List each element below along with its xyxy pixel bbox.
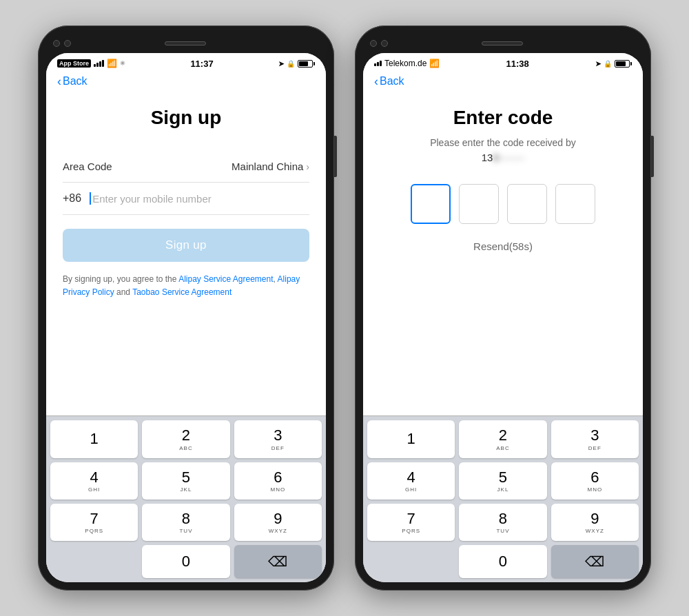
nav-bar: ‹ Back (46, 72, 326, 93)
area-code-label: Area Code (63, 161, 118, 172)
key-8b[interactable]: 8 TUV (459, 504, 546, 541)
key-1b[interactable]: 1 (367, 420, 455, 458)
code-box-2[interactable] (459, 184, 499, 224)
key-empty (50, 545, 138, 578)
key-4b[interactable]: 4 GHI (367, 462, 455, 500)
key-9[interactable]: 9 WXYZ (234, 504, 322, 541)
key-6[interactable]: 6 MNO (234, 462, 322, 500)
key-8[interactable]: 8 TUV (142, 504, 229, 541)
subtitle-text: Please enter the code received by (430, 136, 576, 150)
back-label-2: Back (380, 75, 404, 88)
status-bar: App Store 📶 ✳ 11:37 ➤ 🔒 (46, 53, 326, 72)
back-button-2[interactable]: ‹ Back (374, 75, 632, 88)
code-box-4[interactable] (555, 184, 595, 224)
signup-screen-content: Sign up Area Code Mainland China › +86 E… (46, 93, 326, 582)
signup-form: Sign up Area Code Mainland China › +86 E… (46, 93, 326, 415)
code-boxes[interactable] (411, 184, 595, 224)
terms-link-3[interactable]: Taobao Service Agreement (132, 287, 232, 297)
key-9b[interactable]: 9 WXYZ (551, 504, 639, 541)
key-1[interactable]: 1 (50, 420, 138, 458)
phone-num-blurred: 0········· (493, 152, 524, 163)
key-0[interactable]: 0 (142, 545, 229, 578)
numeric-keyboard-2: 1 2 ABC 3 DEF 4 GHI 5 JKL (363, 415, 643, 582)
country-code: +86 (63, 192, 81, 205)
location-icon-2: ➤ (595, 60, 601, 68)
phone-screen-entercode: Telekom.de 📶 11:38 ➤ 🔒 ‹ Back (363, 53, 643, 582)
status-time-2: 11:38 (506, 59, 529, 69)
key-empty-2 (367, 545, 455, 578)
signal-icon (94, 60, 104, 67)
terms-link-1[interactable]: Alipay Service Agreement (178, 274, 273, 284)
phone-screen-signup: App Store 📶 ✳ 11:37 ➤ 🔒 (46, 53, 326, 582)
terms-text: By signing up, you agree to the Alipay S… (63, 273, 309, 299)
alarm-icon: 🔒 (287, 60, 295, 68)
signup-phone: App Store 📶 ✳ 11:37 ➤ 🔒 (38, 25, 334, 591)
chevron-left-icon-2: ‹ (374, 75, 378, 88)
delete-icon: ⌫ (268, 553, 287, 570)
page-title: Sign up (63, 107, 309, 129)
phone-placeholder: Enter your mobile number (92, 193, 212, 205)
phone-number-display: 130········· (482, 152, 525, 163)
battery-icon-2 (615, 60, 632, 68)
entercode-screen-content: Enter code Please enter the code receive… (363, 93, 643, 582)
status-right-2: ➤ 🔒 (595, 60, 632, 68)
text-cursor (90, 192, 91, 205)
chevron-right-icon: › (306, 161, 309, 172)
entercode-form: Enter code Please enter the code receive… (363, 93, 643, 415)
area-code-value: Mainland China › (118, 161, 309, 172)
wifi-icon-2: 📶 (429, 59, 440, 68)
phone-input-row[interactable]: +86 Enter your mobile number (63, 183, 309, 215)
status-bar-2: Telekom.de 📶 11:38 ➤ 🔒 (363, 53, 643, 72)
entercode-phone: Telekom.de 📶 11:38 ➤ 🔒 ‹ Back (355, 25, 651, 591)
key-3b[interactable]: 3 DEF (551, 420, 639, 458)
side-button-2 (651, 136, 654, 177)
back-button[interactable]: ‹ Back (57, 75, 315, 88)
delete-icon-2: ⌫ (585, 553, 604, 570)
code-box-3[interactable] (507, 184, 547, 224)
status-left: App Store 📶 ✳ (57, 59, 125, 68)
key-4[interactable]: 4 GHI (50, 462, 138, 500)
key-2b[interactable]: 2 ABC (459, 420, 546, 458)
key-6b[interactable]: 6 MNO (551, 462, 639, 500)
data-icon: ✳ (120, 60, 125, 67)
phone-num-start: 13 (482, 152, 493, 163)
camera-dot-4 (381, 40, 388, 47)
battery-icon (298, 60, 315, 68)
key-delete[interactable]: ⌫ (234, 545, 322, 578)
numeric-keyboard: 1 2 ABC 3 DEF 4 GHI 5 JKL (46, 415, 326, 582)
carrier-badge: App Store (57, 59, 91, 68)
key-5b[interactable]: 5 JKL (459, 462, 546, 500)
key-0b[interactable]: 0 (459, 545, 546, 578)
entercode-title: Enter code (380, 107, 626, 129)
key-7b[interactable]: 7 PQRS (367, 504, 455, 541)
signal-icon-2 (374, 61, 382, 66)
nav-bar-2: ‹ Back (363, 72, 643, 93)
wifi-icon: 📶 (107, 59, 117, 68)
key-2[interactable]: 2 ABC (142, 420, 229, 458)
area-code-row[interactable]: Area Code Mainland China › (63, 151, 309, 183)
speaker-bar-2 (482, 41, 523, 45)
camera-dot-2 (64, 40, 71, 47)
status-time: 11:37 (190, 59, 213, 69)
status-right: ➤ 🔒 (278, 60, 315, 68)
back-label: Back (63, 75, 88, 88)
speaker-bar (165, 41, 206, 45)
location-icon: ➤ (278, 60, 284, 68)
code-box-1[interactable] (411, 184, 451, 224)
resend-label[interactable]: Resend(58s) (473, 240, 533, 252)
side-button (334, 136, 337, 177)
signup-button[interactable]: Sign up (63, 229, 309, 262)
status-left-2: Telekom.de 📶 (374, 59, 440, 68)
alarm-icon-2: 🔒 (604, 60, 612, 68)
key-3[interactable]: 3 DEF (234, 420, 322, 458)
camera-dot-3 (370, 40, 377, 47)
key-delete-2[interactable]: ⌫ (551, 545, 639, 578)
chevron-left-icon: ‹ (57, 75, 61, 88)
camera-dot (53, 40, 60, 47)
carrier-name: Telekom.de (384, 59, 426, 68)
key-5[interactable]: 5 JKL (142, 462, 229, 500)
key-7[interactable]: 7 PQRS (50, 504, 138, 541)
